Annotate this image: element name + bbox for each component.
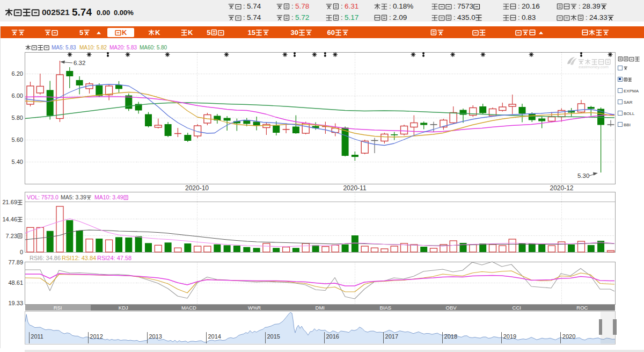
svg-text:5.74: 5.74	[72, 6, 92, 18]
svg-text:SAR: SAR	[624, 100, 633, 105]
svg-text:5.72: 5.72	[295, 13, 309, 21]
svg-text:14.46: 14.46	[3, 216, 18, 222]
svg-text:W%R: W%R	[248, 305, 261, 311]
svg-text::: :	[291, 13, 294, 21]
svg-text:5: 5	[79, 28, 83, 37]
svg-text:ROC: ROC	[576, 305, 588, 311]
svg-text:5.80: 5.80	[12, 114, 23, 121]
svg-text:6.20: 6.20	[12, 70, 23, 77]
svg-text:5.60: 5.60	[12, 137, 23, 143]
svg-text::: :	[453, 13, 456, 21]
svg-text::: :	[243, 13, 245, 21]
svg-text:30: 30	[291, 28, 298, 37]
svg-text:2011: 2011	[31, 333, 43, 340]
svg-text:RSI: RSI	[54, 305, 62, 311]
svg-text:2018: 2018	[444, 333, 457, 340]
svg-text:MA5: 3.39: MA5: 3.39	[61, 194, 86, 200]
svg-text:KDJ: KDJ	[119, 305, 128, 311]
svg-text:435.0: 435.0	[457, 13, 475, 21]
svg-text:2020: 2020	[562, 333, 575, 340]
svg-text:K: K	[188, 28, 193, 37]
svg-text:7573: 7573	[457, 2, 473, 10]
svg-text:5.78: 5.78	[295, 2, 309, 10]
svg-text::: :	[341, 2, 343, 10]
svg-text::: :	[291, 2, 294, 10]
svg-text:2017: 2017	[385, 333, 398, 340]
svg-text:5.74: 5.74	[247, 2, 261, 10]
svg-text:EXPMA: EXPMA	[624, 89, 639, 94]
svg-text:RSI12: 43.84: RSI12: 43.84	[62, 255, 96, 261]
svg-text:MA5: 5.83: MA5: 5.83	[52, 45, 76, 51]
svg-text:2020-10: 2020-10	[185, 184, 209, 192]
svg-text:CCI: CCI	[513, 305, 521, 311]
svg-text:2.09: 2.09	[393, 13, 407, 21]
svg-text:5.30: 5.30	[577, 173, 589, 179]
svg-text::: :	[518, 2, 520, 10]
svg-text:77.89: 77.89	[8, 259, 23, 265]
svg-text:MACD: MACD	[181, 305, 196, 311]
svg-text:MA20: 5.83: MA20: 5.83	[109, 45, 137, 51]
svg-text:BBI: BBI	[624, 123, 631, 127]
svg-text:BIAS: BIAS	[380, 305, 392, 311]
svg-text:19.33: 19.33	[8, 300, 23, 306]
svg-text:6.31: 6.31	[345, 2, 358, 10]
svg-text:20.16: 20.16	[522, 2, 540, 10]
svg-text:2019: 2019	[503, 333, 516, 340]
svg-text:DMI: DMI	[316, 305, 325, 311]
svg-text:K: K	[122, 28, 127, 37]
svg-text:MA10: 5.82: MA10: 5.82	[79, 45, 107, 51]
svg-text::: :	[389, 2, 391, 10]
svg-text:48.61: 48.61	[8, 279, 23, 286]
svg-text:7.23: 7.23	[6, 233, 17, 239]
svg-text::: :	[518, 13, 520, 21]
svg-text:0.00: 0.00	[97, 9, 110, 17]
svg-text:002521: 002521	[42, 8, 70, 17]
svg-text:0.83: 0.83	[522, 13, 536, 21]
svg-text:2016: 2016	[326, 333, 339, 340]
svg-text::: :	[341, 13, 343, 21]
svg-text:28.39: 28.39	[582, 2, 601, 10]
svg-text:2015: 2015	[267, 333, 280, 340]
svg-text::: :	[389, 13, 391, 21]
svg-text:5.17: 5.17	[345, 13, 358, 21]
svg-text:OBV: OBV	[446, 305, 457, 311]
svg-text:24.33: 24.33	[589, 13, 608, 21]
svg-text:0: 0	[20, 249, 23, 255]
svg-text:0.18%: 0.18%	[393, 2, 413, 10]
svg-text:MA10: 3.49: MA10: 3.49	[94, 194, 123, 200]
svg-text:2013: 2013	[149, 333, 162, 340]
svg-text::: :	[453, 2, 456, 10]
svg-text:6.00: 6.00	[12, 92, 23, 99]
svg-text:6.32: 6.32	[74, 60, 85, 66]
svg-text:5.40: 5.40	[12, 159, 23, 165]
svg-text:MA60: 5.80: MA60: 5.80	[140, 45, 167, 51]
svg-text:21.69: 21.69	[3, 199, 18, 205]
svg-text::: :	[579, 2, 581, 10]
svg-text:BOLL: BOLL	[624, 111, 635, 116]
svg-text::: :	[243, 2, 245, 10]
svg-text:60: 60	[327, 28, 335, 37]
svg-text:0.00%: 0.00%	[114, 9, 134, 17]
svg-text:2012: 2012	[90, 333, 103, 340]
svg-text:2020-12: 2020-12	[550, 184, 573, 192]
svg-text:15: 15	[248, 28, 255, 37]
svg-text:5: 5	[207, 28, 210, 37]
svg-text::: :	[586, 13, 588, 21]
svg-text:RSI6: 34.86: RSI6: 34.86	[30, 255, 61, 261]
svg-text:2020-11: 2020-11	[343, 184, 366, 192]
svg-text:5.74: 5.74	[247, 13, 261, 21]
svg-text:VOL: 7573.0: VOL: 7573.0	[27, 194, 58, 200]
svg-text:RSI24: 47.58: RSI24: 47.58	[97, 255, 131, 261]
svg-text:2014: 2014	[208, 333, 221, 340]
svg-text:eastmoney.com: eastmoney.com	[579, 64, 609, 69]
svg-text:K: K	[155, 28, 160, 37]
